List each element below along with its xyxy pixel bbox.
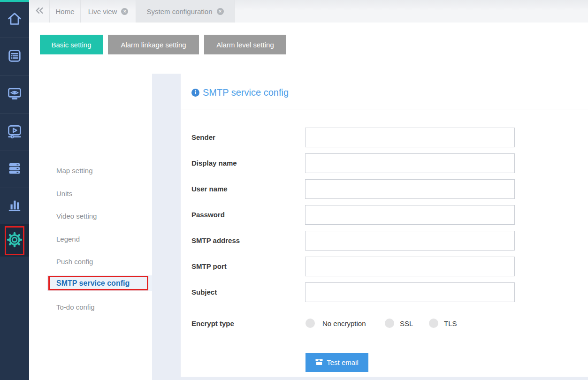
form-row-password: Password xyxy=(181,205,588,225)
page-title: SMTP service config xyxy=(203,87,289,98)
test-email-label: Test email xyxy=(327,358,359,366)
tab-home[interactable]: Home xyxy=(50,0,81,23)
subnav-item-push-config[interactable]: Push config xyxy=(56,258,93,266)
bar-chart-icon xyxy=(7,197,23,215)
subnav-item-legend[interactable]: Legend xyxy=(56,235,80,243)
mail-archive-icon xyxy=(315,358,323,367)
radio-label-tls[interactable]: TLS xyxy=(444,318,457,329)
field-label: Sender xyxy=(191,128,215,147)
playback-monitor-icon xyxy=(7,123,23,141)
tab-label: System configuration xyxy=(146,8,212,15)
setting-tabs-band: Basic setting Alarm linkage setting Alar… xyxy=(29,23,588,74)
radio-tls[interactable] xyxy=(429,319,438,328)
server-stack-icon xyxy=(7,160,23,178)
tab-label: Home xyxy=(55,8,74,15)
field-label: SMTP port xyxy=(191,257,227,276)
tab-live-view[interactable]: Live view xyxy=(81,0,136,23)
radio-label-no-encryption[interactable]: No encryption xyxy=(322,318,366,329)
double-left-chevron-icon xyxy=(35,7,44,16)
sidebar-item-home[interactable] xyxy=(0,2,29,38)
panel-header: SMTP service config xyxy=(181,74,588,109)
device-list-icon xyxy=(7,48,23,66)
display-name-input[interactable] xyxy=(305,153,515,173)
tab-system-configuration[interactable]: System configuration xyxy=(136,0,235,23)
subnav-item-video-setting[interactable]: Video setting xyxy=(56,212,97,220)
close-icon[interactable] xyxy=(121,8,128,15)
config-subnav-panel: Map setting Units Video setting Legend P… xyxy=(29,74,152,380)
sidebar xyxy=(0,0,29,380)
basic-setting-button[interactable]: Basic setting xyxy=(40,35,103,54)
collapse-tabs-button[interactable] xyxy=(29,0,50,23)
alarm-level-setting-button[interactable]: Alarm level setting xyxy=(204,35,286,54)
field-label: Password xyxy=(191,205,225,225)
radio-label-ssl[interactable]: SSL xyxy=(400,318,413,329)
test-email-button[interactable]: Test email xyxy=(305,353,368,372)
subject-input[interactable] xyxy=(305,282,515,302)
field-label: User name xyxy=(191,179,228,199)
red-annotation-box-smtp: SMTP service config xyxy=(48,276,148,290)
user-name-input[interactable] xyxy=(305,179,515,199)
alarm-linkage-setting-button[interactable]: Alarm linkage setting xyxy=(108,35,199,54)
smtp-address-input[interactable] xyxy=(305,231,515,251)
top-tab-bar: Home Live view System configuration xyxy=(29,0,588,23)
field-label: Display name xyxy=(191,153,237,173)
sidebar-item-statistics[interactable] xyxy=(0,188,29,224)
close-icon[interactable] xyxy=(217,8,224,15)
sender-input[interactable] xyxy=(305,128,515,147)
sidebar-item-settings[interactable] xyxy=(0,224,29,257)
live-view-monitor-icon xyxy=(7,85,23,103)
app-window: Home Live view System configuration Basi… xyxy=(0,0,588,380)
radio-ssl[interactable] xyxy=(385,319,394,328)
field-label: SMTP address xyxy=(191,231,240,251)
sidebar-item-live-view[interactable] xyxy=(0,76,29,114)
subnav-item-todo-config[interactable]: To-do config xyxy=(56,303,95,312)
sidebar-item-playback[interactable] xyxy=(0,114,29,151)
password-input[interactable] xyxy=(305,205,515,225)
subnav-item-smtp-service-config[interactable]: SMTP service config xyxy=(47,275,152,291)
settings-gear-icon xyxy=(6,231,23,250)
info-circle-icon xyxy=(191,89,199,97)
field-label: Subject xyxy=(191,282,217,302)
form-row-user-name: User name xyxy=(181,179,588,199)
form-row-encrypt-type: Encrypt type No encryption SSL TLS xyxy=(181,318,588,329)
subnav-item-units[interactable]: Units xyxy=(56,190,72,198)
tab-label: Live view xyxy=(88,8,117,15)
form-row-subject: Subject xyxy=(181,282,588,302)
form-row-sender: Sender xyxy=(181,128,588,147)
subnav-active-label: SMTP service config xyxy=(50,279,130,288)
radio-no-encryption[interactable] xyxy=(305,319,315,328)
form-row-smtp-port: SMTP port xyxy=(181,257,588,276)
form-row-smtp-address: SMTP address xyxy=(181,231,588,251)
form-row-display-name: Display name xyxy=(181,153,588,173)
sidebar-item-device-list[interactable] xyxy=(0,38,29,76)
sidebar-item-servers[interactable] xyxy=(0,151,29,188)
subnav-item-map-setting[interactable]: Map setting xyxy=(56,167,93,175)
field-label: Encrypt type xyxy=(191,318,234,329)
smtp-config-panel: SMTP service config Sender Display name … xyxy=(181,74,588,377)
home-icon xyxy=(7,11,23,29)
smtp-port-input[interactable] xyxy=(305,257,515,276)
